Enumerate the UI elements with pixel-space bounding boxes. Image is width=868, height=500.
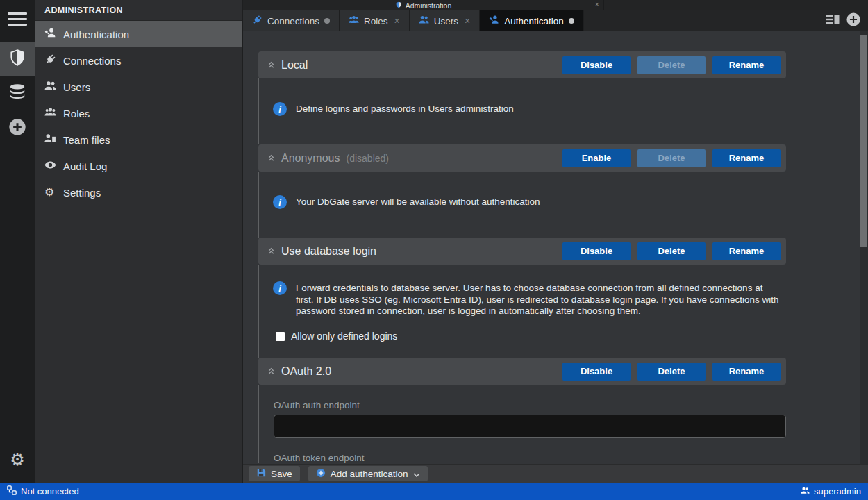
main-area: Administration × Connections Roles × xyxy=(243,0,868,483)
rename-button[interactable]: Rename xyxy=(712,149,781,167)
sidebar-item-settings[interactable]: ⚙ Settings xyxy=(35,179,242,206)
info-text: Forward credentials to database server. … xyxy=(296,281,782,317)
logged-in-user[interactable]: superadmin xyxy=(801,486,861,497)
hamburger-icon xyxy=(8,9,27,29)
add-connection-button[interactable] xyxy=(0,111,35,146)
floppy-disk-icon xyxy=(256,468,266,480)
authentication-panel: Local Disable Delete Rename i Define log… xyxy=(243,31,860,464)
close-icon[interactable]: × xyxy=(465,15,470,26)
allow-only-defined-logins-checkbox[interactable]: Allow only defined logins xyxy=(276,331,786,342)
section-body: i Define logins and passwords in Users a… xyxy=(258,78,786,144)
delete-button[interactable]: Delete xyxy=(637,149,706,167)
sidebar-header: ADMINISTRATION xyxy=(35,0,242,21)
eye-icon xyxy=(44,159,56,173)
modified-dot-icon xyxy=(569,18,574,24)
section-header: Local Disable Delete Rename xyxy=(258,51,786,78)
rename-button[interactable]: Rename xyxy=(712,362,781,381)
sidebar-item-label: Authentication xyxy=(63,28,129,40)
sidebar-item-roles[interactable]: Roles xyxy=(35,100,242,126)
collapse-chevrons-icon[interactable] xyxy=(267,60,275,69)
plus-circle-icon xyxy=(8,117,27,140)
sidebar-item-team-files[interactable]: Team files xyxy=(35,126,242,153)
collapse-chevrons-icon[interactable] xyxy=(267,247,275,256)
tab-label: Users xyxy=(434,16,458,26)
settings-gear-button[interactable]: ⚙ xyxy=(0,442,35,477)
section-body: i Your DbGate server will be available w… xyxy=(258,172,786,238)
disable-button[interactable]: Disable xyxy=(562,242,631,260)
close-icon[interactable]: × xyxy=(394,15,400,26)
checkbox-label: Allow only defined logins xyxy=(291,331,397,342)
auth-section-oauth: OAuth 2.0 Disable Delete Rename OAuth au… xyxy=(258,358,786,463)
delete-button[interactable]: Delete xyxy=(637,362,706,381)
info-text: Define logins and passwords in Users adm… xyxy=(296,102,514,115)
enable-button[interactable]: Enable xyxy=(562,149,631,167)
disable-button[interactable]: Disable xyxy=(562,362,631,381)
oauth-auth-endpoint-input[interactable] xyxy=(274,415,786,438)
add-circle-icon xyxy=(316,468,326,480)
connection-status[interactable]: Not connected xyxy=(7,485,79,497)
sidebar-item-connections[interactable]: Connections xyxy=(35,47,242,74)
checkbox-unchecked-icon[interactable] xyxy=(276,332,285,341)
connection-status-icon xyxy=(7,485,17,497)
gear-icon: ⚙ xyxy=(44,187,56,198)
disable-button[interactable]: Disable xyxy=(562,56,631,74)
tab-users[interactable]: Users × xyxy=(410,10,480,31)
sidebar-item-audit-log[interactable]: Audit Log xyxy=(35,153,242,179)
database-icon xyxy=(8,83,26,104)
plug-icon xyxy=(44,53,56,67)
database-nav-button[interactable] xyxy=(0,76,35,111)
sidebar-item-users[interactable]: Users xyxy=(35,74,242,100)
info-text: Your DbGate server will be available wit… xyxy=(296,195,540,208)
tab-label: Roles xyxy=(364,16,388,26)
delete-button[interactable]: Delete xyxy=(637,242,706,260)
tab-roles[interactable]: Roles × xyxy=(340,10,410,31)
auth-section-local: Local Disable Delete Rename i Define log… xyxy=(258,51,786,144)
tab-label: Authentication xyxy=(504,16,564,26)
users-icon xyxy=(801,486,810,497)
administration-nav-button[interactable] xyxy=(0,42,35,76)
left-icon-bar: ⚙ xyxy=(0,0,35,483)
rename-button[interactable]: Rename xyxy=(712,56,781,74)
collapse-chevrons-icon[interactable] xyxy=(267,367,275,376)
vertical-scrollbar[interactable] xyxy=(860,31,868,464)
rename-button[interactable]: Rename xyxy=(712,242,781,260)
info-icon: i xyxy=(273,281,287,295)
add-circle-icon[interactable] xyxy=(846,12,861,30)
section-body: OAuth auth endpoint OAuth token endpoint xyxy=(258,385,786,463)
sidebar-item-label: Settings xyxy=(63,187,101,199)
info-row: i Define logins and passwords in Users a… xyxy=(273,102,786,116)
roles-icon xyxy=(349,15,359,27)
section-disabled-suffix: (disabled) xyxy=(347,153,389,164)
chevron-down-icon xyxy=(413,469,420,479)
auth-section-anonymous: Anonymous (disabled) Enable Delete Renam… xyxy=(258,144,786,238)
tab-authentication[interactable]: Authentication xyxy=(480,10,584,31)
delete-button[interactable]: Delete xyxy=(637,56,706,74)
menu-button[interactable] xyxy=(0,1,35,36)
gear-icon: ⚙ xyxy=(10,451,25,468)
tab-group-header[interactable]: Administration × xyxy=(243,0,604,10)
plug-icon xyxy=(252,15,262,27)
tabbar-right-actions xyxy=(826,10,861,31)
oauth-token-endpoint-label: OAuth token endpoint xyxy=(274,453,786,463)
bottom-toolbar: Save Add authentication xyxy=(243,464,868,483)
panel-list-icon[interactable] xyxy=(826,14,840,28)
section-header: Anonymous (disabled) Enable Delete Renam… xyxy=(258,144,786,172)
save-button-label: Save xyxy=(271,469,292,479)
roles-icon xyxy=(44,106,56,120)
app-root: ⚙ ADMINISTRATION Authentication Connecti… xyxy=(0,0,868,500)
save-button[interactable]: Save xyxy=(249,466,300,481)
close-icon[interactable]: × xyxy=(595,0,599,8)
users-icon xyxy=(44,80,56,94)
section-title: Local xyxy=(281,59,308,72)
add-authentication-button[interactable]: Add authentication xyxy=(308,466,428,481)
tab-label: Connections xyxy=(267,16,319,26)
scrollbar-thumb[interactable] xyxy=(860,35,867,247)
logged-in-user-label: superadmin xyxy=(814,486,861,497)
section-header: Use database login Disable Delete Rename xyxy=(258,238,786,265)
collapse-chevrons-icon[interactable] xyxy=(267,153,275,162)
section-body: i Forward credentials to database server… xyxy=(258,265,786,358)
tab-connections[interactable]: Connections xyxy=(243,10,340,31)
section-header: OAuth 2.0 Disable Delete Rename xyxy=(258,358,786,385)
sidebar-item-label: Roles xyxy=(63,108,90,119)
sidebar-item-authentication[interactable]: Authentication xyxy=(35,21,242,47)
